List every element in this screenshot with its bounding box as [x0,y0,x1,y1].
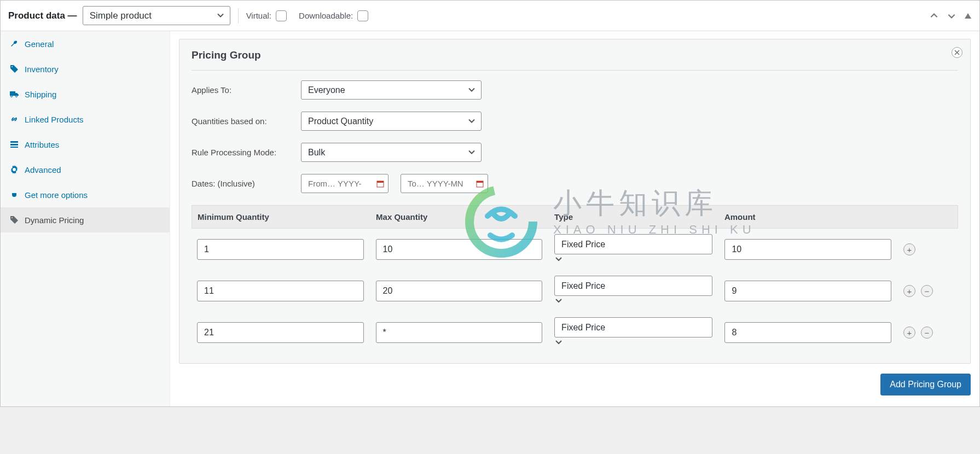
table-row: Fixed Price + − [192,312,958,353]
add-row-button[interactable]: + [903,285,915,297]
min-qty-input[interactable] [197,239,364,260]
panel-title: Product data — [8,10,77,21]
svg-rect-3 [10,144,18,145]
product-type-wrap: Simple product [83,6,230,25]
virtual-label: Virtual: [246,11,271,20]
applies-to-select[interactable]: Everyone [301,80,482,100]
calendar-icon [476,180,484,188]
svg-point-0 [11,96,13,97]
move-down-icon[interactable] [947,11,956,21]
plug-icon [9,190,19,200]
max-qty-input[interactable] [376,322,543,343]
sidebar-item-label: Attributes [25,140,59,149]
quantities-based-on-select[interactable]: Product Quantity [301,112,482,131]
sidebar-item-label: Advanced [25,165,61,174]
chevron-down-icon [554,339,563,348]
sidebar-item-shipping[interactable]: Shipping [1,82,170,107]
col-max-qty: Max Quantity [376,212,542,222]
col-type: Type [554,212,712,222]
product-data-panel: Product data — Simple product Virtual: D… [0,0,980,407]
amount-input[interactable] [724,281,891,301]
header-controls [929,11,972,21]
svg-rect-4 [10,147,18,148]
gear-icon [9,165,19,174]
rule-processing-mode-select[interactable]: Bulk [301,143,482,162]
link-icon [9,114,19,124]
remove-group-button[interactable] [952,47,962,58]
main-content: 小牛知识库 XIAO NIU ZHI SHI KU Pricing Group … [170,31,979,406]
tag-icon [9,64,19,74]
svg-rect-2 [10,141,18,143]
applies-to-label: Applies To: [192,85,301,95]
virtual-group: Virtual: [246,10,287,21]
rule-processing-mode-row: Rule Processing Mode: Bulk [192,143,958,162]
pricing-group-box: Pricing Group Applies To: Everyone Quant… [179,39,971,364]
quantities-based-on-label: Quantities based on: [192,117,301,126]
type-select[interactable]: Fixed Price [554,234,712,254]
sidebar-item-linked-products[interactable]: Linked Products [1,107,170,132]
type-select[interactable]: Fixed Price [554,276,712,296]
amount-input[interactable] [724,239,891,260]
date-to-input[interactable] [401,174,488,193]
sidebar-item-label: Dynamic Pricing [25,216,84,225]
max-qty-input[interactable] [376,281,543,301]
svg-rect-9 [477,181,483,183]
pricing-rules-table: Minimum Quantity Max Quantity Type Amoun… [192,205,958,353]
sidebar-item-label: Inventory [25,65,59,74]
col-min-qty: Minimum Quantity [198,212,364,222]
sidebar-item-label: Shipping [25,90,56,99]
sidebar-item-general[interactable]: General [1,31,170,56]
amount-input[interactable] [724,322,891,343]
add-row-button[interactable]: + [903,327,915,339]
table-header: Minimum Quantity Max Quantity Type Amoun… [192,205,958,229]
divider [238,8,239,24]
move-up-icon[interactable] [929,11,939,21]
wrench-icon [9,39,19,49]
calendar-icon [376,180,384,188]
pricing-group-title: Pricing Group [192,49,958,71]
sidebar-item-get-more-options[interactable]: Get more options [1,182,170,207]
chevron-down-icon [554,297,563,306]
applies-to-row: Applies To: Everyone [192,80,958,100]
sidebar-item-inventory[interactable]: Inventory [1,56,170,82]
panel-header: Product data — Simple product Virtual: D… [1,1,979,31]
sidebar-item-dynamic-pricing[interactable]: Dynamic Pricing [1,207,170,232]
truck-icon [9,89,19,99]
table-row: Fixed Price + − [192,270,958,312]
sidebar-item-advanced[interactable]: Advanced [1,157,170,182]
chevron-down-icon [554,255,563,265]
product-data-sidebar: General Inventory Shipping Linked Produc… [1,31,170,406]
downloadable-group: Downloadable: [299,10,368,21]
dates-row: Dates: (Inclusive) [192,174,958,193]
downloadable-checkbox[interactable] [357,10,368,21]
sidebar-item-label: Get more options [25,190,88,200]
dates-label: Dates: (Inclusive) [192,179,301,188]
svg-rect-7 [377,181,384,183]
collapse-icon[interactable] [964,12,972,20]
downloadable-label: Downloadable: [299,11,353,20]
max-qty-input[interactable] [376,239,543,260]
date-from-input[interactable] [301,174,388,193]
min-qty-input[interactable] [197,281,364,301]
price-tag-icon [9,215,19,225]
add-row-button[interactable]: + [903,243,915,255]
svg-point-1 [16,96,18,97]
list-icon [9,139,19,149]
type-select[interactable]: Fixed Price [554,317,712,337]
remove-row-button[interactable]: − [921,327,933,339]
sidebar-item-label: General [25,39,54,49]
sidebar-item-attributes[interactable]: Attributes [1,132,170,157]
col-amount: Amount [724,212,891,222]
rule-processing-mode-label: Rule Processing Mode: [192,148,301,157]
remove-row-button[interactable]: − [921,285,933,297]
virtual-checkbox[interactable] [276,10,287,21]
add-pricing-group-button[interactable]: Add Pricing Group [880,374,971,395]
sidebar-item-label: Linked Products [25,115,84,124]
product-type-select[interactable]: Simple product [83,6,230,25]
quantities-based-on-row: Quantities based on: Product Quantity [192,112,958,131]
add-group-wrap: Add Pricing Group [179,374,971,395]
min-qty-input[interactable] [197,322,364,343]
table-row: Fixed Price + [192,229,958,270]
panel-body: General Inventory Shipping Linked Produc… [1,31,979,406]
